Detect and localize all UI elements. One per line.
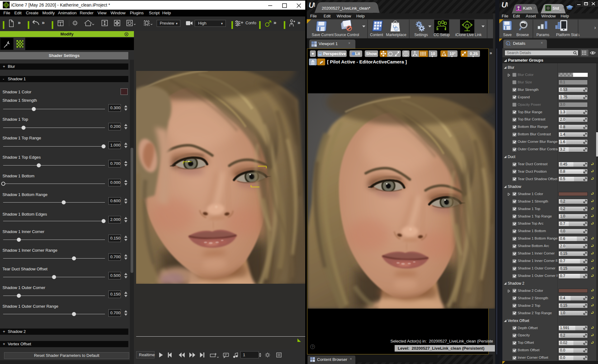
svg-text:×: × [562,6,564,10]
svg-text:Kath: Kath [523,6,532,11]
svg-text:U: U [309,1,314,9]
svg-text:×: × [533,6,535,10]
svg-text:U: U [501,1,507,9]
svg-text:i: i [507,42,508,45]
svg-text:Std_: Std_ [553,6,562,11]
svg-text:20200527_LiveLink_clean*: 20200527_LiveLink_clean* [322,6,370,11]
svg-text:u: u [395,28,397,31]
